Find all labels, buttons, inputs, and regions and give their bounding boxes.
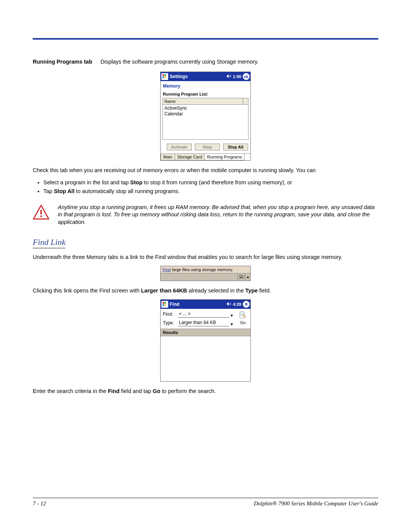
clock-time[interactable]: 4:29 (233, 302, 241, 307)
find-link-text: large files using storage memory. (170, 267, 233, 272)
go-label: Go (237, 320, 248, 325)
guide-title: Dolphin® 7900 Series Mobile Computer Use… (254, 500, 378, 507)
find-title: Find (170, 302, 179, 307)
type-select[interactable]: Larger than 64 KB ▼ (178, 320, 234, 326)
sip-arrow-icon[interactable]: ▲ (245, 273, 250, 281)
text: Tap (43, 188, 54, 194)
page-top-rule (33, 38, 378, 40)
name-column-header[interactable]: Name (162, 98, 243, 105)
text-bold: Type (245, 288, 258, 294)
list-header: Name (162, 98, 249, 105)
text-bold: Larger than 64KB (141, 288, 187, 294)
svg-rect-5 (241, 276, 242, 276)
text: Clicking this link opens the Find screen… (33, 288, 141, 294)
tab-bar: Main Storage Card Running Programs (161, 153, 250, 160)
list-item[interactable]: Calendar (164, 111, 247, 117)
clock-time[interactable]: 1:00 (233, 74, 241, 79)
tab-storage-card[interactable]: Storage Card (175, 154, 205, 160)
svg-rect-1 (40, 210, 42, 214)
text: already selected in the (187, 288, 245, 294)
running-programs-label: Running Programs tab (33, 59, 100, 65)
find-link-intro: Underneath the three Memory tabs is a li… (33, 254, 378, 261)
check-tab-paragraph: Check this tab when you are receiving ou… (33, 167, 378, 174)
warning-callout: Anytime you stop a running program, it f… (33, 204, 378, 226)
svg-rect-6 (242, 276, 243, 276)
list-item: Tap Stop All to automatically stop all r… (43, 188, 378, 195)
find-window: Find 4:29 ✕ Find: < ... > (160, 299, 251, 382)
find-link-heading: Find Link (33, 237, 65, 248)
stop-button[interactable]: Stop (195, 144, 220, 150)
results-header: Results (161, 329, 250, 336)
stop-instructions-list: Select a program in the list and tap Sto… (43, 179, 378, 195)
find-titlebar: Find 4:29 ✕ (161, 300, 250, 309)
settings-window: Settings 1:00 ok Memory Running Program … (160, 72, 251, 161)
click-link-paragraph: Clicking this link opens the Find screen… (33, 287, 378, 295)
text: to automatically stop all running progra… (75, 188, 180, 194)
warning-text: Anytime you stop a running program, it f… (58, 204, 378, 226)
applet-title: Memory (161, 81, 250, 92)
list-item[interactable]: ActiveSync (164, 105, 247, 111)
svg-rect-3 (239, 275, 244, 279)
results-list[interactable] (161, 336, 250, 381)
type-value[interactable]: Larger than 64 KB (178, 320, 229, 326)
list-item: Select a program in the list and tap Sto… (43, 179, 378, 187)
find-link-bar: Find large files using storage memory. ▲ (160, 266, 251, 281)
text-bold: Stop All (54, 188, 74, 194)
find-label: Find: (163, 312, 178, 317)
tab-main[interactable]: Main (161, 154, 175, 160)
start-flag-icon[interactable] (161, 301, 168, 308)
text-bold: Find (108, 388, 119, 394)
text: Select a program in the list and tap (43, 179, 130, 185)
page-number: 7 - 12 (33, 500, 46, 507)
text: field and tap (119, 388, 153, 394)
running-program-list-label: Running Program List: (161, 92, 250, 98)
settings-title: Settings (170, 74, 188, 79)
tab-running-programs[interactable]: Running Programs (204, 154, 245, 160)
warning-icon (33, 204, 49, 220)
close-button[interactable]: ✕ (243, 301, 250, 308)
running-programs-row: Running Programs tab Displays the softwa… (33, 59, 378, 65)
find-value[interactable]: < ... > (178, 311, 229, 318)
chevron-down-icon[interactable]: ▼ (229, 313, 234, 318)
page-footer: 7 - 12 Dolphin® 7900 Series Mobile Compu… (33, 498, 378, 507)
stop-all-button[interactable]: Stop All (223, 144, 248, 150)
svg-rect-4 (240, 276, 241, 276)
text-bold: Go (153, 388, 160, 394)
activate-button[interactable]: Activate (167, 144, 192, 150)
volume-icon[interactable] (226, 74, 231, 79)
text: field. (258, 288, 271, 294)
settings-titlebar: Settings 1:00 ok (161, 72, 250, 81)
keyboard-icon[interactable] (237, 273, 245, 281)
type-label: Type: (163, 320, 178, 326)
running-programs-desc: Displays the software programs currently… (100, 59, 378, 65)
go-button[interactable]: Go (237, 311, 248, 329)
text: Enter the search criteria in the (33, 388, 108, 394)
find-link[interactable]: Find (162, 267, 170, 272)
go-icon (239, 311, 247, 319)
enter-criteria-paragraph: Enter the search criteria in the Find fi… (33, 388, 378, 395)
start-flag-icon[interactable] (161, 73, 168, 80)
ok-button[interactable]: ok (243, 73, 250, 80)
text-bold: Stop (130, 179, 142, 185)
chevron-down-icon[interactable]: ▼ (229, 322, 234, 326)
running-programs-list[interactable]: ActiveSync Calendar (162, 105, 249, 140)
svg-point-2 (40, 215, 42, 217)
find-input[interactable]: < ... > ▼ (178, 311, 234, 318)
column-gripper[interactable] (243, 98, 249, 105)
text: to perform the search. (160, 388, 216, 394)
volume-icon[interactable] (226, 302, 231, 307)
svg-rect-7 (240, 277, 243, 278)
text: to stop it from running (and therefore f… (142, 179, 292, 185)
